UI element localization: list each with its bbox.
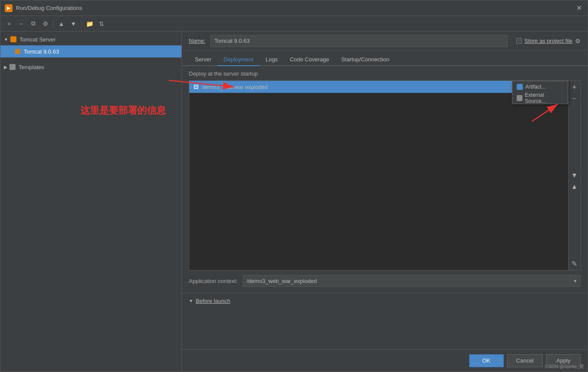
title-bar: ▶ Run/Debug Configurations ✕ [0, 0, 588, 16]
app-context-label: Application context: [189, 278, 238, 284]
tab-server[interactable]: Server [189, 53, 217, 66]
toolbar-separator-2 [81, 20, 82, 28]
divider-1 [182, 293, 588, 293]
tabs-row: Server Deployment Logs Code Coverage Sta… [182, 51, 588, 66]
settings-button[interactable]: ⚙ [40, 19, 51, 29]
watermark: CSDN @Sprite_栗 [545, 363, 584, 370]
deployment-side-buttons: + − Artifact... External Source... [568, 81, 580, 270]
sidebar-item-tomcat-instance[interactable]: Tomcat 9.0.63 [0, 45, 181, 57]
app-context-row: Application context: ▼ [182, 270, 588, 291]
dropdown-item-external-label: External Source... [525, 92, 563, 104]
artifact-icon [193, 83, 200, 90]
tab-deployment[interactable]: Deployment [217, 53, 259, 66]
dropdown-item-artifact-label: Artifact... [525, 84, 546, 90]
add-config-button[interactable]: + [4, 19, 14, 29]
toolbar-separator-1 [53, 20, 54, 28]
deployment-item-0[interactable]: demo3_web:war exploded [189, 81, 568, 93]
move-down-deployment-button[interactable]: ▼ [570, 171, 579, 180]
external-dd-icon [517, 95, 522, 101]
templates-label: Templates [19, 64, 44, 70]
store-settings-icon[interactable]: ⚙ [575, 38, 581, 45]
store-project-label: Store as project file [524, 38, 572, 44]
dropdown-item-artifact[interactable]: Artifact... [512, 81, 568, 92]
expand-arrow-templates: ▶ [4, 65, 7, 70]
store-project-checkbox[interactable] [516, 38, 522, 44]
artifact-dd-icon [517, 84, 523, 90]
deployment-list: demo3_web:war exploded [189, 81, 568, 270]
ok-button[interactable]: OK [469, 354, 504, 367]
name-label: Name: [189, 38, 205, 44]
sort-button[interactable]: ⇅ [96, 19, 107, 29]
deploy-section-label: Deploy at the server startup [182, 66, 588, 80]
cancel-button[interactable]: Cancel [507, 354, 543, 367]
expand-arrow-tomcat: ▼ [4, 37, 8, 42]
toolbar: + − ⧉ ⚙ ▲ ▼ 📁 ⇅ [0, 16, 588, 32]
deployment-item-label-0: demo3_web:war exploded [202, 84, 268, 90]
add-deployment-button[interactable]: + [570, 83, 579, 92]
store-project-row: Store as project file ⚙ [516, 38, 581, 45]
tomcat-server-group: ▼ Tomcat Server Tomcat 9.0.63 [0, 32, 181, 59]
tab-logs[interactable]: Logs [260, 53, 284, 66]
tab-startup-connection[interactable]: Startup/Connection [335, 53, 395, 66]
close-button[interactable]: ✕ [575, 4, 583, 13]
app-context-input[interactable] [243, 278, 570, 284]
dialog-title: Run/Debug Configurations [16, 5, 575, 11]
name-row: Name: Store as project file ⚙ [182, 32, 588, 51]
deployment-list-area: demo3_web:war exploded + − Artifact... [189, 80, 581, 270]
tomcat-server-label: Tomcat Server [19, 36, 56, 43]
run-debug-dialog: ▶ Run/Debug Configurations ✕ + − ⧉ ⚙ ▲ ▼… [0, 0, 588, 372]
before-launch-section: ▼ Before launch [182, 295, 588, 307]
tomcat-instance-icon [14, 48, 21, 55]
sidebar: ▼ Tomcat Server Tomcat 9.0.63 ▶ [0, 32, 182, 372]
sidebar-item-templates[interactable]: ▶ Templates [0, 61, 181, 73]
bottom-buttons: OK Cancel Apply [182, 349, 588, 372]
edit-deployment-button[interactable]: ✎ [570, 259, 579, 268]
dropdown-item-external[interactable]: External Source... [512, 92, 568, 104]
right-panel: Name: Store as project file ⚙ Server Dep… [182, 32, 588, 372]
remove-config-button[interactable]: − [16, 19, 26, 29]
tomcat-server-icon [10, 36, 17, 43]
tab-code-coverage[interactable]: Code Coverage [284, 53, 335, 66]
sidebar-item-tomcat-server[interactable]: ▼ Tomcat Server [0, 33, 181, 45]
copy-config-button[interactable]: ⧉ [28, 19, 38, 29]
app-icon: ▶ [5, 4, 13, 12]
templates-icon [9, 64, 16, 70]
before-launch-label: Before launch [196, 298, 230, 304]
tab-content-deployment: Deploy at the server startup [182, 66, 588, 349]
tomcat-instance-label: Tomcat 9.0.63 [24, 48, 59, 55]
main-content: ▼ Tomcat Server Tomcat 9.0.63 ▶ [0, 32, 588, 372]
before-launch-header[interactable]: ▼ Before launch [189, 298, 581, 304]
app-context-input-wrapper: ▼ [243, 275, 581, 287]
remove-deployment-button[interactable]: − [570, 94, 579, 103]
move-up-button[interactable]: ▲ [56, 19, 67, 29]
templates-group: ▶ Templates [0, 59, 181, 75]
move-down-button[interactable]: ▼ [68, 19, 79, 29]
folder-button[interactable]: 📁 [84, 19, 95, 29]
move-up-deployment-button[interactable]: ▲ [570, 182, 579, 191]
app-context-dropdown-arrow[interactable]: ▼ [570, 275, 580, 287]
name-input[interactable] [210, 35, 507, 47]
dropdown-popup: Artifact... External Source... [512, 81, 568, 104]
before-launch-arrow: ▼ [189, 299, 193, 303]
